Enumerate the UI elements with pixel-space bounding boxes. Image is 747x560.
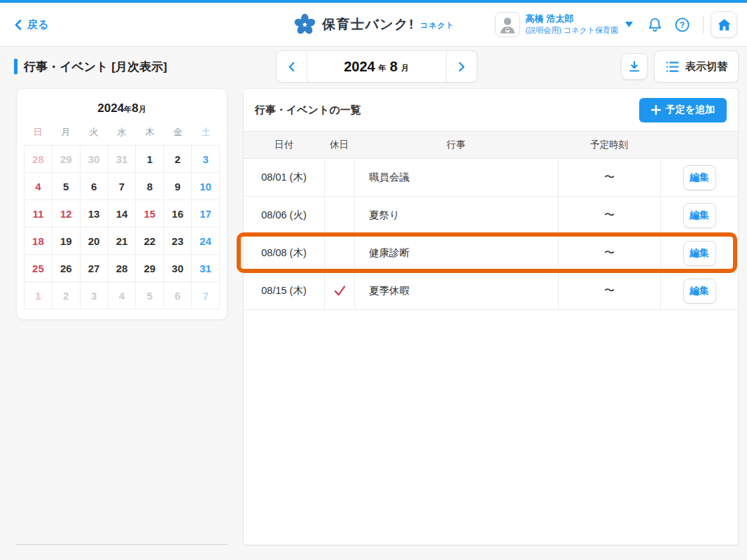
calendar-day[interactable]: 15 — [136, 200, 164, 227]
edit-button[interactable]: 編集 — [683, 165, 716, 190]
calendar-day[interactable]: 16 — [164, 200, 192, 227]
download-button[interactable] — [621, 53, 648, 80]
weekday-header-row: 日月火水木金土 — [24, 126, 220, 139]
event-row: 08/06 (火)夏祭り〜編集 — [244, 197, 738, 234]
month-navigator: 2024 年 8 月 — [276, 50, 477, 83]
events-table-header: 日付休日行事予定時刻 — [244, 131, 738, 159]
edit-button[interactable]: 編集 — [683, 203, 716, 228]
edit-button[interactable]: 編集 — [683, 279, 716, 304]
calendar-day[interactable]: 29 — [53, 146, 81, 173]
calendar-day[interactable]: 6 — [164, 282, 192, 309]
event-time: 〜 — [558, 234, 660, 272]
logo-suffix: コネクト — [420, 20, 454, 31]
prev-month-button[interactable] — [277, 51, 307, 82]
weekday-label: 土 — [192, 126, 220, 139]
event-row: 08/01 (木)職員会議〜編集 — [244, 159, 738, 197]
calendar-day[interactable]: 14 — [109, 200, 137, 227]
calendar-day[interactable]: 5 — [136, 282, 164, 309]
calendar-day[interactable]: 26 — [53, 255, 81, 282]
toolbar: 行事・イベント [月次表示] 2024 年 8 月 — [14, 50, 739, 83]
event-name: 夏季休暇 — [354, 272, 558, 309]
user-organization: (説明会用) コネクト保育園 — [526, 25, 618, 35]
column-header: 休日 — [324, 132, 354, 158]
mini-calendar-panel: 2024年8月 日月火水木金土 282930311234567891011121… — [16, 88, 228, 545]
calendar-day[interactable]: 11 — [25, 200, 53, 227]
calendar-day[interactable]: 19 — [53, 227, 81, 255]
column-header: 日付 — [244, 132, 324, 158]
month-label: 2024 年 8 月 — [307, 51, 446, 82]
calendar-day[interactable]: 20 — [81, 227, 109, 255]
calendar-day[interactable]: 4 — [109, 282, 137, 309]
top-bar: 戻る 保育士バンク! コネクト — [0, 0, 747, 47]
column-header — [660, 132, 738, 158]
weekday-label: 火 — [80, 126, 108, 139]
view-toggle-button[interactable]: 表示切替 — [654, 50, 739, 83]
back-link[interactable]: 戻る — [14, 18, 48, 31]
calendar-day[interactable]: 3 — [81, 282, 109, 309]
edit-button[interactable]: 編集 — [683, 241, 716, 266]
calendar-day[interactable]: 21 — [109, 227, 137, 255]
logo-flower-icon — [293, 13, 316, 36]
calendar-day[interactable]: 18 — [25, 227, 53, 255]
mini-calendar-title: 2024年8月 — [24, 102, 220, 115]
event-actions: 編集 — [660, 272, 738, 309]
calendar-day[interactable]: 23 — [164, 227, 192, 255]
header-divider — [703, 15, 704, 34]
chevron-right-icon — [458, 62, 466, 72]
calendar-day[interactable]: 12 — [53, 200, 81, 227]
holiday-check-icon — [324, 272, 354, 309]
download-icon — [627, 59, 641, 74]
holiday-cell-empty — [324, 159, 354, 196]
next-month-button[interactable] — [446, 51, 477, 82]
calendar-day[interactable]: 9 — [164, 173, 192, 200]
events-list-title: 行事・イベントの一覧 — [255, 104, 361, 117]
calendar-day[interactable]: 30 — [164, 255, 192, 282]
event-name: 職員会議 — [354, 159, 558, 196]
calendar-day[interactable]: 24 — [192, 227, 220, 255]
user-menu[interactable]: 高橋 浩太郎 (説明会用) コネクト保育園 — [526, 13, 618, 35]
calendar-day[interactable]: 7 — [109, 173, 137, 200]
back-label: 戻る — [27, 18, 48, 31]
calendar-day[interactable]: 5 — [53, 173, 81, 200]
home-button[interactable] — [711, 11, 737, 38]
home-icon — [717, 18, 732, 32]
mini-calendar-card: 2024年8月 日月火水木金土 282930311234567891011121… — [16, 88, 228, 320]
calendar-grid: 2829303112345678910111213141516171819202… — [24, 145, 220, 309]
calendar-day[interactable]: 28 — [25, 146, 53, 173]
calendar-day[interactable]: 7 — [192, 282, 220, 309]
calendar-day[interactable]: 28 — [109, 255, 137, 282]
calendar-day[interactable]: 1 — [25, 282, 53, 309]
help-button[interactable]: ? — [671, 14, 693, 36]
calendar-day[interactable]: 13 — [81, 200, 109, 227]
notifications-button[interactable] — [644, 14, 666, 36]
calendar-day[interactable]: 4 — [25, 173, 53, 200]
calendar-day[interactable]: 31 — [192, 255, 220, 282]
calendar-day[interactable]: 2 — [53, 282, 81, 309]
calendar-day[interactable]: 6 — [81, 173, 109, 200]
logo-text: 保育士バンク! — [322, 15, 414, 34]
events-table-body: 08/01 (木)職員会議〜編集08/06 (火)夏祭り〜編集08/08 (木)… — [244, 159, 738, 310]
calendar-day[interactable]: 27 — [81, 255, 109, 282]
calendar-day[interactable]: 3 — [192, 146, 220, 173]
calendar-day[interactable]: 31 — [109, 146, 137, 173]
calendar-day[interactable]: 22 — [136, 227, 164, 255]
add-event-button[interactable]: 予定を追加 — [639, 98, 727, 122]
calendar-day[interactable]: 10 — [192, 173, 220, 200]
calendar-day[interactable]: 29 — [136, 255, 164, 282]
calendar-day[interactable]: 17 — [192, 200, 220, 227]
user-dropdown-icon[interactable] — [625, 22, 633, 27]
calendar-day[interactable]: 25 — [25, 255, 53, 282]
calendar-day[interactable]: 1 — [136, 146, 164, 173]
event-name: 健康診断 — [354, 234, 558, 272]
calendar-day[interactable]: 8 — [136, 173, 164, 200]
list-icon — [665, 60, 680, 74]
weekday-label: 水 — [108, 126, 136, 139]
event-date: 08/06 (火) — [244, 197, 324, 234]
title-accent-mark — [14, 59, 18, 74]
calendar-day[interactable]: 30 — [81, 146, 109, 173]
main-content: 2024年8月 日月火水木金土 282930311234567891011121… — [0, 83, 747, 545]
calendar-day[interactable]: 2 — [164, 146, 192, 173]
event-date: 08/01 (木) — [244, 159, 324, 196]
weekday-label: 日 — [24, 126, 52, 139]
holiday-cell-empty — [324, 234, 354, 272]
